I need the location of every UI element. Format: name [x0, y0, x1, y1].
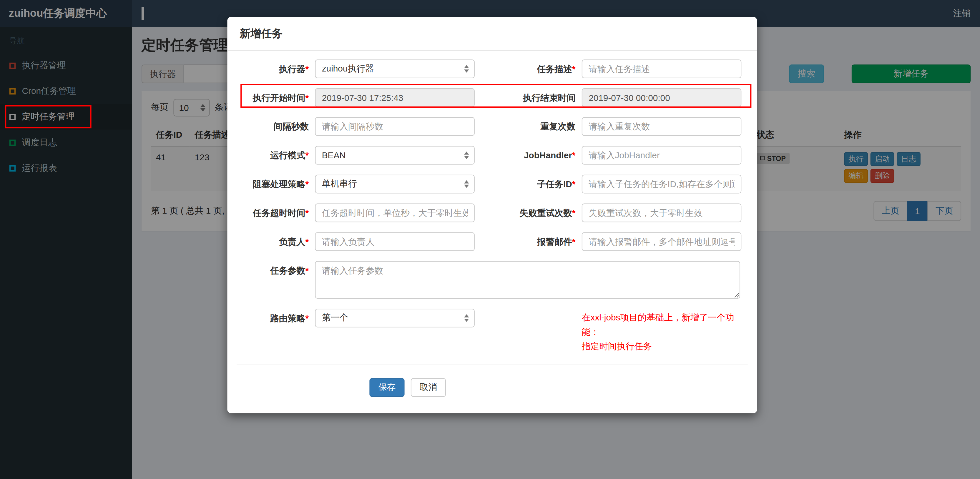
field-label-timeout: 任务超时时间* [237, 204, 315, 223]
form-row: 执行器* zuihou执行器 任务描述* [237, 59, 748, 78]
form-row-route-strategy: 路由策略* 第一个 在xxl-jobs项目的基础上，新增了一个功能： 指定时间执… [237, 309, 748, 354]
add-task-modal: 新增任务 执行器* zuihou执行器 任务描述* 执行开始时间* [227, 17, 757, 413]
executor-select-value: zuihou执行器 [322, 63, 374, 75]
required-mark: * [305, 64, 309, 74]
cancel-button[interactable]: 取消 [411, 379, 446, 397]
field-label-repeat-count: 重复次数 [504, 117, 582, 136]
field-label-job-handler: JobHandler* [504, 146, 582, 165]
select-arrows-icon [464, 314, 469, 322]
interval-input[interactable] [315, 117, 475, 136]
form-row: 负责人* 报警邮件* [237, 232, 748, 251]
modal-body: 执行器* zuihou执行器 任务描述* 执行开始时间* 执行结 [227, 51, 757, 414]
form-row: 运行模式* BEAN JobHandler* [237, 146, 748, 165]
field-label-end-time: 执行结束时间 [504, 88, 582, 107]
field-label-route-strategy: 路由策略* [237, 309, 315, 354]
required-mark: * [572, 179, 576, 189]
job-param-textarea[interactable] [315, 261, 740, 299]
run-mode-select-value: BEAN [322, 150, 346, 160]
required-mark: * [305, 266, 309, 275]
fail-retry-input[interactable] [582, 204, 741, 223]
executor-select[interactable]: zuihou执行器 [315, 59, 475, 78]
job-desc-input[interactable] [582, 59, 741, 78]
required-mark: * [572, 150, 576, 160]
select-arrows-icon [464, 151, 469, 159]
child-job-id-input[interactable] [582, 175, 741, 194]
route-strategy-select-value: 第一个 [322, 312, 348, 324]
field-label-child-job-id: 子任务ID* [504, 175, 582, 194]
required-mark: * [305, 150, 309, 160]
required-mark: * [572, 237, 576, 247]
field-label-run-mode: 运行模式* [237, 146, 315, 165]
required-mark: * [572, 64, 576, 74]
block-strategy-select[interactable]: 单机串行 [315, 175, 475, 194]
end-time-input[interactable] [582, 88, 741, 107]
field-label-fail-retry: 失败重试次数* [504, 204, 582, 223]
form-row: 任务超时时间* 失败重试次数* [237, 204, 748, 223]
form-row-exec-time: 执行开始时间* 执行结束时间 [237, 88, 748, 107]
form-row-job-param: 任务参数* [237, 261, 748, 299]
modal-header: 新增任务 [227, 17, 757, 51]
required-mark: * [305, 208, 309, 218]
feature-note-text: 在xxl-jobs项目的基础上，新增了一个功能： 指定时间执行任务 [582, 309, 746, 354]
required-mark: * [305, 313, 309, 323]
required-mark: * [572, 208, 576, 218]
timeout-input[interactable] [315, 204, 475, 223]
block-strategy-select-value: 单机串行 [322, 178, 357, 189]
field-label-executor: 执行器* [237, 59, 315, 78]
form-row: 阻塞处理策略* 单机串行 子任务ID* [237, 175, 748, 194]
required-mark: * [305, 93, 309, 103]
repeat-count-input[interactable] [582, 117, 741, 136]
field-label-block-strategy: 阻塞处理策略* [237, 175, 315, 194]
app-root: zuihou任务调度中心 注销 导航 执行器管理 Cron任务管理 定时任务管理… [0, 0, 980, 479]
job-handler-input[interactable] [582, 146, 741, 165]
modal-title: 新增任务 [240, 28, 283, 40]
modal-footer: 保存 取消 [237, 364, 748, 414]
field-label-job-param: 任务参数* [237, 261, 315, 299]
required-mark: * [305, 179, 309, 189]
required-mark: * [305, 237, 309, 247]
field-label-start-time: 执行开始时间* [237, 88, 315, 107]
select-arrows-icon [464, 180, 469, 188]
form-row: 间隔秒数 重复次数 [237, 117, 748, 136]
field-label-interval: 间隔秒数 [237, 117, 315, 136]
route-strategy-select[interactable]: 第一个 [315, 309, 475, 328]
owner-input[interactable] [315, 232, 475, 251]
field-label-owner: 负责人* [237, 232, 315, 251]
field-label-job-desc: 任务描述* [504, 59, 582, 78]
alarm-email-input[interactable] [582, 232, 741, 251]
field-label-alarm-email: 报警邮件* [504, 232, 582, 251]
run-mode-select[interactable]: BEAN [315, 146, 475, 165]
select-arrows-icon [464, 65, 469, 73]
start-time-input[interactable] [315, 88, 475, 107]
save-button[interactable]: 保存 [369, 379, 404, 397]
